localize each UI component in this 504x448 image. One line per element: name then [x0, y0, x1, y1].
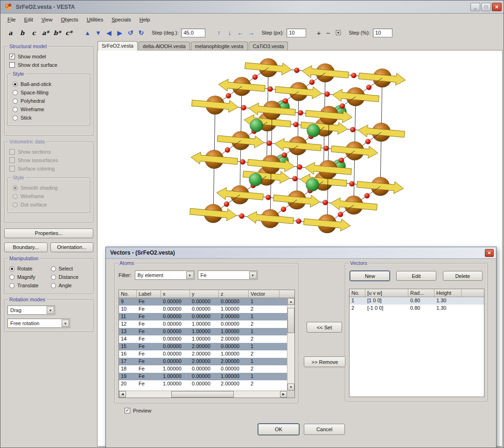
- manipulation-angle-radio[interactable]: Angle: [49, 281, 91, 290]
- rotate-right-button[interactable]: ▶: [115, 28, 125, 38]
- o-atom[interactable]: [266, 195, 271, 200]
- column-header-y[interactable]: y: [190, 290, 219, 298]
- rotate-cw-button[interactable]: ↻: [136, 28, 146, 38]
- delete-vector-button[interactable]: Delete: [443, 271, 483, 281]
- o-atom[interactable]: [294, 122, 299, 127]
- zoom-in-button[interactable]: +: [315, 29, 323, 37]
- column-header-vector[interactable]: Vector: [249, 290, 280, 298]
- o-atom[interactable]: [364, 193, 370, 199]
- o-atom[interactable]: [296, 219, 301, 224]
- column-header-height[interactable]: Height: [434, 289, 462, 297]
- step-px-input[interactable]: 10: [287, 28, 306, 37]
- o-atom[interactable]: [226, 93, 231, 99]
- o-atom[interactable]: [241, 105, 246, 110]
- atom-row[interactable]: 11Fe0.000000.000002.000001: [119, 313, 287, 320]
- sr-atom[interactable]: [307, 124, 320, 137]
- manipulation-translate-radio[interactable]: Translate: [7, 281, 49, 290]
- drag-mode-select[interactable]: Drag ▼: [7, 306, 55, 315]
- boundary-button[interactable]: Boundary...: [4, 242, 48, 252]
- column-header-z[interactable]: z: [219, 290, 249, 298]
- scroll-down-button[interactable]: ▼: [287, 384, 294, 391]
- scrollbar-thumb[interactable]: [171, 391, 234, 398]
- new-vector-button[interactable]: New: [350, 271, 390, 281]
- o-atom[interactable]: [309, 80, 315, 85]
- show-model-checkbox[interactable]: ✓ Show model: [7, 52, 90, 61]
- show-dot-surface-checkbox[interactable]: Show dot surface: [7, 61, 90, 69]
- view-along-c-star-button[interactable]: c*: [63, 28, 74, 38]
- sr-atom[interactable]: [250, 119, 263, 132]
- o-atom[interactable]: [252, 75, 258, 80]
- o-atom[interactable]: [338, 212, 343, 217]
- style-polyhedral-radio[interactable]: Polyhedral: [11, 97, 87, 105]
- horizontal-scrollbar[interactable]: ◀ ▶: [119, 391, 287, 398]
- rotate-up-button[interactable]: ▲: [83, 28, 92, 38]
- preview-checkbox[interactable]: ✓ Preview: [125, 408, 151, 413]
- menu-help[interactable]: Help: [135, 15, 154, 24]
- vector-row[interactable]: 1[1 0 0]0.801.30: [350, 297, 484, 305]
- atom-row[interactable]: 10Fe0.000000.000001.000002: [119, 306, 287, 313]
- atom-row[interactable]: 17Fe0.000002.000002.000001: [119, 358, 287, 365]
- o-atom[interactable]: [239, 213, 245, 219]
- set-vector-button[interactable]: << Set: [307, 322, 342, 333]
- atom-row[interactable]: 18Fe1.000000.000000.000002: [119, 365, 287, 373]
- properties-button[interactable]: Properties...: [4, 228, 93, 238]
- atom-row[interactable]: 12Fe0.000001.000000.000002: [119, 320, 287, 328]
- o-atom[interactable]: [224, 202, 229, 207]
- o-atom[interactable]: [283, 99, 288, 104]
- tab-SrFeO2.vesta[interactable]: SrFeO2.vesta: [98, 41, 138, 50]
- style-wireframe-radio[interactable]: Wireframe: [11, 105, 87, 114]
- step-deg-input[interactable]: 45.0: [181, 28, 205, 37]
- tab-melanophlogite.vesta[interactable]: melanophlogite.vesta: [191, 42, 248, 50]
- o-atom[interactable]: [325, 92, 330, 97]
- manipulation-rotate-radio[interactable]: Rotate: [7, 264, 49, 273]
- step-pct-input[interactable]: 10: [373, 28, 392, 37]
- ok-button[interactable]: OK: [258, 424, 299, 435]
- view-along-b-star-button[interactable]: b*: [52, 28, 63, 38]
- style-ball-and-stick-radio[interactable]: Ball-and-stick: [11, 80, 87, 88]
- column-header-label[interactable]: Label: [137, 290, 161, 298]
- fit-view-button[interactable]: [333, 28, 343, 38]
- column-header-no[interactable]: No.: [350, 289, 365, 297]
- rotate-ccw-button[interactable]: ↺: [126, 28, 135, 38]
- view-along-c-button[interactable]: c: [28, 28, 39, 38]
- o-atom[interactable]: [282, 153, 287, 158]
- atom-row[interactable]: 14Fe0.000001.000002.000002: [119, 335, 287, 343]
- sr-atom[interactable]: [306, 178, 319, 192]
- scroll-right-button[interactable]: ▶: [280, 391, 287, 398]
- o-atom[interactable]: [267, 141, 272, 146]
- filter-element-select[interactable]: Fe ▼: [198, 270, 258, 280]
- menu-edit[interactable]: Edit: [20, 15, 37, 24]
- o-atom[interactable]: [298, 110, 303, 115]
- move-left-button[interactable]: ←: [235, 28, 245, 38]
- view-along-a-star-button[interactable]: a*: [40, 28, 51, 38]
- o-atom[interactable]: [240, 159, 245, 164]
- atom-row[interactable]: 9Fe0.000000.000000.000001: [119, 298, 287, 306]
- o-atom[interactable]: [268, 86, 273, 92]
- vector-row[interactable]: 2[-1 0 0]0.801.30: [350, 305, 484, 312]
- atom-row[interactable]: 19Fe1.000000.000001.000001: [119, 373, 287, 380]
- tab-delta-AlOOH.vesta[interactable]: delta-AlOOH.vesta: [139, 42, 190, 50]
- o-atom[interactable]: [293, 176, 298, 181]
- o-atom[interactable]: [281, 207, 286, 212]
- atom-row[interactable]: 13Fe0.000001.000001.000001: [119, 328, 287, 335]
- menu-objects[interactable]: Objects: [56, 15, 82, 24]
- o-atom[interactable]: [297, 164, 302, 170]
- close-button[interactable]: ×: [492, 3, 502, 11]
- o-atom[interactable]: [350, 181, 355, 186]
- style-space-filling-radio[interactable]: Space-filling: [11, 88, 87, 97]
- o-atom[interactable]: [339, 158, 344, 163]
- vertical-scrollbar[interactable]: ▲ ▼: [287, 298, 294, 391]
- menu-utilities[interactable]: Utilities: [83, 15, 107, 24]
- dialog-titlebar[interactable]: Vectors - (SrFeO2.vesta) ×: [106, 247, 496, 259]
- zoom-out-button[interactable]: −: [324, 29, 332, 37]
- orientation-button[interactable]: Orientation...: [50, 242, 94, 252]
- atom-row[interactable]: 20Fe1.000000.000002.000002: [119, 380, 287, 388]
- o-atom[interactable]: [365, 139, 371, 144]
- rotation-type-select[interactable]: Free rotation ▼: [7, 319, 70, 328]
- atom-row[interactable]: 16Fe0.000002.000001.000002: [119, 350, 287, 358]
- o-atom[interactable]: [225, 148, 230, 153]
- column-header-no[interactable]: No.: [119, 290, 137, 298]
- view-along-b-button[interactable]: b: [17, 28, 28, 38]
- remove-vector-button[interactable]: >> Remove: [304, 356, 346, 367]
- menu-file[interactable]: File: [3, 15, 20, 24]
